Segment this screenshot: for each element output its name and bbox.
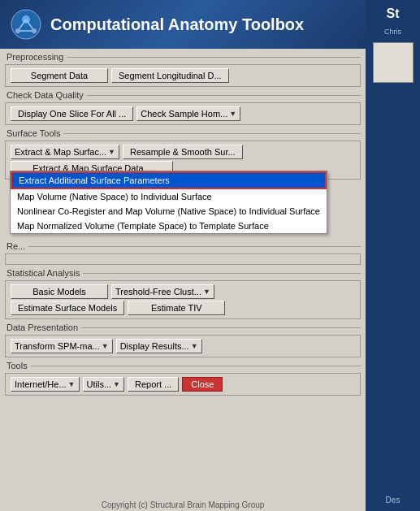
- registration-label: Re...: [5, 241, 25, 251]
- check-data-row: Display One Slice For All ... Check Samp…: [11, 106, 355, 121]
- svg-point-6: [32, 28, 37, 33]
- transform-spm-arrow: ▼: [102, 342, 109, 350]
- utils-arrow: ▼: [113, 380, 120, 388]
- svg-point-0: [11, 10, 41, 39]
- check-sample-arrow: ▼: [229, 110, 236, 118]
- tools-line: [31, 366, 361, 366]
- main-panel: Computational Anatomy Toolbox Preprocess…: [0, 0, 366, 511]
- internet-he-label: Internet/He...: [15, 379, 67, 389]
- preprocessing-line: [67, 57, 361, 58]
- content-area: Preprocessing Segment Data Segment Longi…: [0, 49, 366, 499]
- dropdown-item-2[interactable]: Nonlinear Co-Register and Map Volume (Na…: [11, 204, 327, 219]
- surface-tools-section: Surface Tools Extract & Map Surfac... ▼ …: [5, 128, 361, 180]
- statistical-analysis-section: Statistical Analysis Basic Models Tresho…: [5, 268, 361, 319]
- segment-data-button[interactable]: Segment Data: [11, 68, 108, 83]
- dropdown-item-0[interactable]: Extract Additional Surface Parameters: [11, 171, 327, 189]
- estimate-surface-button[interactable]: Estimate Surface Models: [11, 301, 124, 315]
- right-panel-subtitle: Chris: [384, 28, 401, 36]
- data-presentation-label: Data Presentation: [5, 323, 78, 332]
- app-header: Computational Anatomy Toolbox: [0, 0, 366, 49]
- data-presentation-section: Data Presentation Transform SPM-ma... ▼ …: [5, 323, 361, 357]
- right-panel-bottom: Des: [386, 496, 401, 505]
- statistical-analysis-label: Statistical Analysis: [5, 268, 80, 278]
- tools-label: Tools: [5, 361, 28, 370]
- internet-he-dropdown[interactable]: Internet/He... ▼: [11, 377, 80, 392]
- data-presentation-border: Transform SPM-ma... ▼ Display Results...…: [5, 335, 361, 357]
- app-icon: [10, 8, 42, 41]
- tools-section: Tools Internet/He... ▼ Utils... ▼ Report…: [5, 361, 361, 396]
- surface-tools-dropdown-menu: Extract Additional Surface Parameters Ma…: [10, 171, 327, 234]
- data-presentation-line: [81, 327, 361, 328]
- check-data-line: [87, 95, 361, 96]
- dropdown-item-3[interactable]: Map Normalized Volume (Template Space) t…: [11, 219, 327, 233]
- preprocessing-row: Segment Data Segment Longitudinal D...: [11, 68, 355, 83]
- extract-map-arrow: ▼: [108, 148, 115, 156]
- preprocessing-label: Preprocessing: [5, 52, 63, 62]
- surface-tools-line: [63, 133, 361, 134]
- resample-smooth-button[interactable]: Resample & Smooth Sur...: [123, 145, 243, 159]
- basic-models-button[interactable]: Basic Models: [11, 284, 108, 299]
- svg-point-5: [15, 28, 20, 33]
- statistical-analysis-line: [83, 273, 361, 274]
- surface-tools-row1: Extract & Map Surfac... ▼ Resample & Smo…: [11, 145, 355, 159]
- report-button[interactable]: Report ...: [128, 377, 179, 392]
- preprocessing-border: Segment Data Segment Longitudinal D...: [5, 64, 361, 87]
- tools-row: Internet/He... ▼ Utils... ▼ Report ... C…: [11, 377, 355, 392]
- check-data-quality-section: Check Data Quality Display One Slice For…: [5, 90, 361, 125]
- utils-label: Utils...: [87, 379, 112, 389]
- utils-dropdown[interactable]: Utils... ▼: [83, 377, 124, 392]
- registration-section: Re...: [5, 241, 361, 265]
- transform-spm-dropdown[interactable]: Transform SPM-ma... ▼: [11, 339, 113, 353]
- extract-map-label: Extract & Map Surfac...: [15, 147, 106, 157]
- display-results-dropdown[interactable]: Display Results... ▼: [116, 339, 202, 353]
- internet-he-arrow: ▼: [68, 380, 76, 388]
- estimate-tiv-button[interactable]: Estimate TIV: [128, 301, 225, 315]
- statistical-analysis-border: Basic Models Treshold-Free Clust... ▼ Es…: [5, 280, 361, 319]
- data-presentation-row: Transform SPM-ma... ▼ Display Results...…: [11, 339, 355, 353]
- check-data-label: Check Data Quality: [5, 90, 84, 100]
- treshold-free-label: Treshold-Free Clust...: [115, 287, 201, 297]
- right-panel-title: St: [387, 6, 400, 21]
- display-results-label: Display Results...: [120, 341, 189, 351]
- check-sample-label: Check Sample Hom...: [141, 109, 227, 119]
- dropdown-item-1[interactable]: Map Volume (Native Space) to Individual …: [11, 189, 327, 204]
- display-one-slice-button[interactable]: Display One Slice For All ...: [11, 106, 133, 121]
- tools-border: Internet/He... ▼ Utils... ▼ Report ... C…: [5, 373, 361, 396]
- transform-spm-label: Transform SPM-ma...: [15, 341, 100, 351]
- extract-map-dropdown[interactable]: Extract & Map Surfac... ▼: [11, 145, 119, 159]
- copyright-text: Copyright (c) Structural Brain Mapping G…: [0, 499, 366, 511]
- treshold-free-dropdown[interactable]: Treshold-Free Clust... ▼: [111, 284, 214, 299]
- statistical-row2: Estimate Surface Models Estimate TIV: [11, 301, 355, 315]
- registration-border: [5, 253, 361, 265]
- statistical-row1: Basic Models Treshold-Free Clust... ▼: [11, 284, 355, 299]
- surface-tools-label: Surface Tools: [5, 128, 60, 138]
- preprocessing-section: Preprocessing Segment Data Segment Longi…: [5, 52, 361, 87]
- segment-longitudinal-button[interactable]: Segment Longitudinal D...: [111, 68, 229, 83]
- app-title: Computational Anatomy Toolbox: [50, 15, 304, 34]
- close-button[interactable]: Close: [182, 377, 223, 392]
- display-results-arrow: ▼: [191, 342, 198, 350]
- spacer: Re...: [5, 241, 361, 265]
- right-panel: St Chris Des: [366, 0, 420, 511]
- check-sample-dropdown[interactable]: Check Sample Hom... ▼: [136, 106, 240, 121]
- registration-line: [28, 246, 361, 247]
- right-panel-button[interactable]: [373, 42, 414, 83]
- treshold-free-arrow: ▼: [203, 288, 210, 296]
- check-data-border: Display One Slice For All ... Check Samp…: [5, 102, 361, 125]
